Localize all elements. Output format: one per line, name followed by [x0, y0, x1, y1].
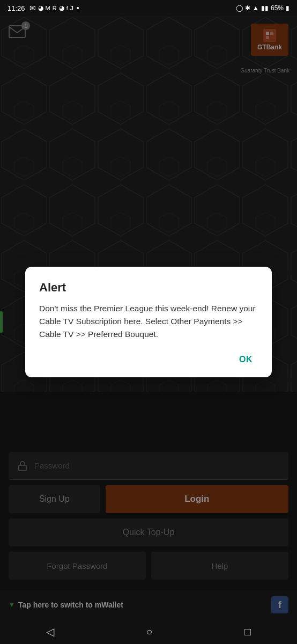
alert-message: Don't miss the Premier League this week-… [39, 302, 258, 341]
back-button[interactable]: ◁ [33, 621, 67, 642]
home-button[interactable]: ○ [133, 621, 165, 642]
alert-ok-button[interactable]: OK [234, 352, 258, 368]
nav-bar: ◁ ○ □ [0, 619, 297, 644]
status-icons: ◯ ✱ ▲ ▮▮ 65% ▮ [236, 4, 289, 12]
recents-button[interactable]: □ [232, 621, 264, 642]
status-bar: 11:26 ✉ ◕ M R ◕ f J • ◯ ✱ ▲ ▮▮ 65% ▮ [0, 0, 297, 16]
alert-overlay: Alert Don't miss the Premier League this… [0, 0, 297, 644]
alert-dialog: Alert Don't miss the Premier League this… [25, 267, 272, 377]
alert-ok-container: OK [39, 352, 258, 368]
alert-title: Alert [39, 281, 258, 295]
status-time: 11:26 ✉ ◕ M R ◕ f J • [8, 4, 79, 12]
